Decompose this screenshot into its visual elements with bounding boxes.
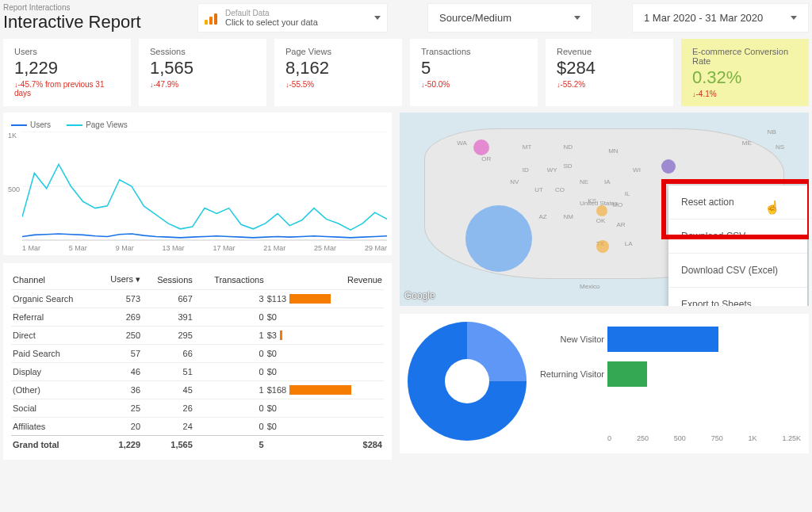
metric-card-users[interactable]: Users 1,229 -45.7% from previous 31 days bbox=[3, 39, 131, 106]
metric-label: E-commerce Conversion Rate bbox=[692, 47, 798, 66]
bar-label: Returning Visitor bbox=[533, 369, 604, 379]
data-source-hint: Click to select your data bbox=[225, 17, 318, 27]
timeseries-chart[interactable]: Users Page Views 1K 500 1 Mar5 Mar9 Mar1… bbox=[3, 113, 392, 255]
visitor-type-chart[interactable]: New VisitorReturning Visitor 02505007501… bbox=[400, 314, 809, 453]
metric-label: Page Views bbox=[285, 47, 391, 56]
metric-value: 0.32% bbox=[692, 67, 798, 88]
metric-value: 1,565 bbox=[150, 58, 255, 78]
date-range-picker[interactable]: 1 Mar 2020 - 31 Mar 2020 bbox=[632, 3, 809, 32]
col-header[interactable]: Revenue bbox=[266, 269, 384, 290]
metric-delta: -45.7% from previous 31 days bbox=[14, 80, 120, 97]
metric-label: Revenue bbox=[557, 47, 662, 56]
y-tick: 500 bbox=[8, 185, 20, 193]
bar-axis-tick: 1K bbox=[749, 434, 757, 442]
menu-reset-action[interactable]: Reset action ☝ bbox=[668, 185, 807, 220]
table-row[interactable]: Social25260$0 bbox=[11, 399, 384, 418]
data-source-selector[interactable]: Default Data Click to select your data bbox=[197, 3, 388, 32]
x-tick: 1 Mar bbox=[22, 244, 40, 252]
bar-axis-tick: 0 bbox=[607, 434, 611, 442]
col-header[interactable]: Users ▾ bbox=[98, 269, 142, 290]
legend-pageviews: Page Views bbox=[67, 120, 128, 129]
page-title: Interactive Report bbox=[3, 12, 190, 32]
metric-delta: -47.9% bbox=[150, 80, 255, 89]
channel-table: ChannelUsers ▾SessionsTransactionsRevenu… bbox=[3, 263, 392, 460]
google-watermark: Google bbox=[404, 290, 435, 301]
metric-delta: -50.0% bbox=[421, 80, 527, 89]
chevron-down-icon bbox=[574, 16, 580, 20]
chevron-down-icon bbox=[374, 16, 381, 20]
menu-label: Reset action bbox=[681, 197, 734, 208]
map-label-neighbor: Mexico bbox=[580, 283, 599, 290]
breadcrumb: Report Interactions bbox=[3, 3, 190, 12]
menu-label: Export to Sheets bbox=[681, 299, 752, 306]
x-tick: 21 Mar bbox=[263, 244, 285, 252]
menu-export-to-sheets[interactable]: Export to Sheets bbox=[668, 288, 807, 306]
metric-card-transactions[interactable]: Transactions 5 -50.0% bbox=[410, 39, 538, 106]
metric-card-e-commerce-conversion-rate[interactable]: E-commerce Conversion Rate 0.32% -4.1% bbox=[681, 39, 809, 106]
x-tick: 25 Mar bbox=[314, 244, 336, 252]
table-row[interactable]: Display46510$0 bbox=[11, 363, 384, 381]
menu-label: Download CSV (Excel) bbox=[681, 265, 778, 276]
table-row[interactable]: Paid Search57660$0 bbox=[11, 345, 384, 363]
x-tick: 17 Mar bbox=[213, 244, 235, 252]
context-menu: Reset action ☝ Download CSV Download CSV… bbox=[668, 185, 807, 306]
metric-value: 1,229 bbox=[14, 58, 120, 78]
y-tick: 1K bbox=[8, 132, 20, 139]
table-row[interactable]: Direct2502951$3 bbox=[11, 327, 384, 345]
bar bbox=[607, 327, 718, 352]
legend-users: Users bbox=[11, 120, 51, 129]
metric-label: Sessions bbox=[150, 47, 255, 56]
metric-card-revenue[interactable]: Revenue $284 -55.2% bbox=[546, 39, 673, 106]
menu-label: Download CSV bbox=[681, 231, 745, 242]
table-row[interactable]: Referral2693910$0 bbox=[11, 308, 384, 327]
x-tick: 29 Mar bbox=[365, 244, 387, 252]
metric-delta: -4.1% bbox=[692, 90, 798, 98]
dimension-dropdown[interactable]: Source/Medium bbox=[427, 3, 592, 32]
date-range-value: 1 Mar 2020 - 31 Mar 2020 bbox=[644, 12, 763, 24]
x-tick: 5 Mar bbox=[69, 244, 87, 252]
col-header[interactable]: Transactions bbox=[194, 269, 266, 290]
metric-value: 8,162 bbox=[285, 58, 391, 78]
pointer-cursor-icon: ☝ bbox=[764, 200, 780, 215]
chevron-down-icon bbox=[791, 16, 797, 20]
table-row[interactable]: (Other)36451$168 bbox=[11, 381, 384, 399]
table-total-row: Grand total1,2291,5655$284 bbox=[11, 436, 384, 454]
metric-value: $284 bbox=[557, 58, 662, 78]
menu-download-csv-excel[interactable]: Download CSV (Excel) bbox=[668, 254, 807, 288]
metric-label: Users bbox=[14, 47, 120, 56]
report-title-block: Report Interactions Interactive Report bbox=[3, 3, 190, 32]
bar-axis-tick: 750 bbox=[711, 434, 723, 442]
x-tick: 13 Mar bbox=[163, 244, 185, 252]
bar-row: Returning Visitor bbox=[533, 357, 801, 392]
menu-download-csv[interactable]: Download CSV bbox=[668, 220, 807, 254]
bar bbox=[607, 361, 647, 387]
col-header[interactable]: Sessions bbox=[142, 269, 194, 290]
table-row[interactable]: Organic Search5736673$113 bbox=[11, 290, 384, 308]
metric-card-sessions[interactable]: Sessions 1,565 -47.9% bbox=[139, 39, 266, 106]
bar-axis-tick: 500 bbox=[674, 434, 686, 442]
metric-delta: -55.5% bbox=[285, 80, 391, 89]
table-row[interactable]: Affiliates20240$0 bbox=[11, 418, 384, 436]
bar-row: New Visitor bbox=[533, 322, 801, 357]
bar-axis-tick: 250 bbox=[637, 434, 649, 442]
metric-label: Transactions bbox=[421, 47, 527, 56]
metric-delta: -55.2% bbox=[557, 80, 662, 89]
data-source-name: Default Data bbox=[225, 9, 318, 17]
dimension-value: Source/Medium bbox=[439, 12, 511, 24]
col-header[interactable]: Channel bbox=[11, 269, 98, 290]
metric-value: 5 bbox=[421, 58, 527, 78]
metric-card-page-views[interactable]: Page Views 8,162 -55.5% bbox=[274, 39, 402, 106]
chart-legend: Users Page Views bbox=[11, 120, 384, 129]
donut-chart bbox=[408, 322, 527, 441]
bar-axis-tick: 1.25K bbox=[782, 434, 801, 442]
analytics-icon bbox=[205, 12, 217, 25]
x-tick: 9 Mar bbox=[116, 244, 134, 252]
bar-label: New Visitor bbox=[533, 334, 604, 344]
geo-map[interactable]: United States Mexico WAOR MTND SDMN WINV… bbox=[400, 113, 809, 306]
